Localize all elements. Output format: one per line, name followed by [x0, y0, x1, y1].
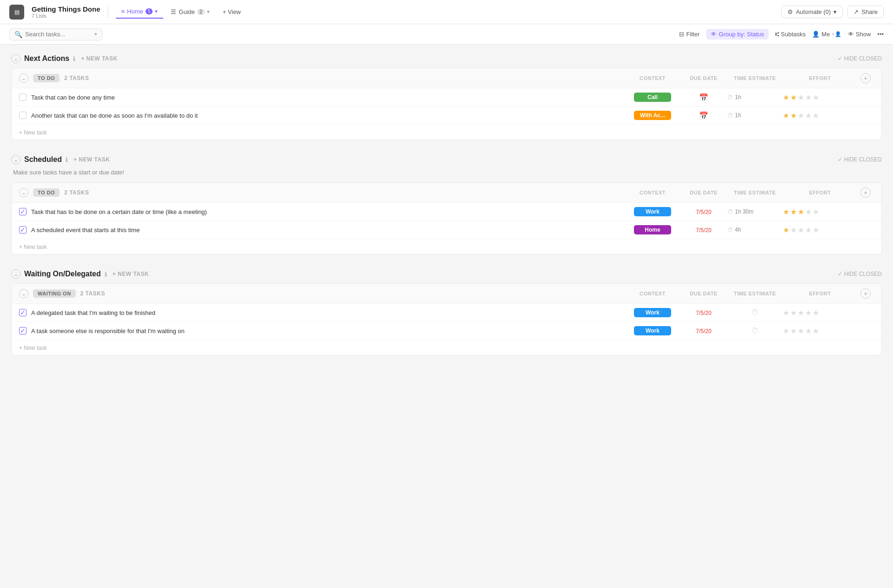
- context-badge[interactable]: With Ac...: [634, 111, 671, 120]
- star-5[interactable]: ★: [813, 327, 819, 335]
- section-waiting-hide[interactable]: ✓ HIDE CLOSED: [838, 271, 882, 277]
- add-column-button[interactable]: +: [860, 73, 871, 83]
- col-header-duedate: DUE DATE: [680, 291, 727, 296]
- col-header-timeest: TIME ESTIMATE: [727, 190, 783, 195]
- star-1[interactable]: ★: [783, 327, 789, 335]
- search-box[interactable]: 🔍 ▾: [9, 28, 102, 40]
- star-5[interactable]: ★: [813, 308, 819, 317]
- star-5[interactable]: ★: [813, 93, 819, 102]
- table-row: Another task that can be done as soon as…: [12, 107, 881, 125]
- task-name[interactable]: Another task that can be done as soon as…: [31, 112, 625, 119]
- timer-icon: ⏱: [751, 327, 759, 334]
- star-2[interactable]: ★: [790, 308, 797, 317]
- task-context-cell: Home: [625, 225, 680, 234]
- add-column-button[interactable]: +: [860, 187, 871, 198]
- group-collapse-btn[interactable]: ⌄: [19, 289, 28, 298]
- me-add-icon: +👤: [832, 31, 841, 37]
- star-2[interactable]: ★: [790, 111, 797, 120]
- star-4[interactable]: ★: [805, 93, 812, 102]
- task-name[interactable]: Task that can be done any time: [31, 94, 625, 101]
- star-2[interactable]: ★: [790, 226, 797, 234]
- add-view-button[interactable]: + View: [217, 6, 247, 18]
- context-badge[interactable]: Home: [634, 225, 671, 234]
- task-effort-cell: ★ ★ ★ ★ ★: [783, 93, 857, 102]
- section-scheduled-info[interactable]: ℹ: [66, 156, 68, 163]
- context-badge[interactable]: Work: [634, 207, 671, 216]
- section-next-actions-new-task[interactable]: + NEW TASK: [81, 55, 117, 62]
- time-estimate: ⏱ 1h: [727, 112, 783, 119]
- section-waiting-new-task[interactable]: + NEW TASK: [113, 271, 149, 277]
- group-by-button[interactable]: 👁 Group by: Status: [706, 29, 769, 40]
- section-next-actions-info[interactable]: ℹ: [73, 55, 75, 62]
- context-badge[interactable]: Work: [634, 308, 671, 317]
- share-button[interactable]: ↗ Share: [847, 6, 884, 18]
- star-2[interactable]: ★: [790, 327, 797, 335]
- more-options-button[interactable]: •••: [877, 31, 884, 38]
- section-waiting-info[interactable]: ℹ: [105, 271, 107, 278]
- checkmark-icon: ✓: [838, 271, 842, 277]
- section-collapse-btn[interactable]: ⌄: [11, 155, 20, 164]
- tab-guide[interactable]: ☰ Guide 2 ▾: [165, 6, 215, 18]
- tab-home[interactable]: ≡ Home 5 ▾: [116, 5, 164, 19]
- due-date: 7/5/20: [696, 227, 711, 234]
- new-task-button[interactable]: + New task: [19, 129, 47, 136]
- context-badge[interactable]: Call: [634, 93, 671, 102]
- section-scheduled-hide[interactable]: ✓ HIDE CLOSED: [838, 156, 882, 163]
- me-button[interactable]: 👤 Me +👤: [812, 31, 841, 38]
- show-button[interactable]: 👁 Show: [848, 31, 871, 38]
- star-5[interactable]: ★: [813, 207, 819, 216]
- new-task-button[interactable]: + New task: [19, 345, 47, 351]
- star-4[interactable]: ★: [805, 226, 812, 234]
- section-collapse-btn[interactable]: ⌄: [11, 269, 20, 279]
- task-name[interactable]: A scheduled event that starts at this ti…: [31, 227, 625, 234]
- star-2[interactable]: ★: [790, 207, 797, 216]
- section-scheduled-new-task[interactable]: + NEW TASK: [73, 156, 110, 163]
- star-5[interactable]: ★: [813, 226, 819, 234]
- task-checkbox[interactable]: ✓: [19, 208, 27, 215]
- star-3[interactable]: ★: [798, 308, 804, 317]
- context-badge[interactable]: Work: [634, 326, 671, 335]
- group-collapse-btn[interactable]: ⌄: [19, 188, 28, 197]
- section-collapse-btn[interactable]: ⌄: [11, 54, 20, 63]
- star-3[interactable]: ★: [798, 93, 804, 102]
- task-checkbox[interactable]: ✓: [19, 327, 27, 334]
- task-cells: With Ac... 📅 ⏱ 1h ★ ★: [625, 111, 874, 120]
- section-next-actions: ⌄ Next Actions ℹ + NEW TASK ✓ HIDE CLOSE…: [11, 54, 882, 140]
- me-label: Me: [821, 31, 830, 38]
- star-4[interactable]: ★: [805, 207, 812, 216]
- group-collapse-btn[interactable]: ⌄: [19, 74, 28, 83]
- app-title: Getting Things Done 7 Lists: [32, 5, 100, 19]
- star-1[interactable]: ★: [783, 308, 789, 317]
- task-checkbox[interactable]: ✓: [19, 309, 27, 316]
- nav-tabs: ≡ Home 5 ▾ ☰ Guide 2 ▾ + View: [116, 5, 247, 19]
- task-name[interactable]: A task someone else is responsible for t…: [31, 327, 625, 334]
- star-1[interactable]: ★: [783, 93, 789, 102]
- star-3[interactable]: ★: [798, 226, 804, 234]
- search-input[interactable]: [25, 31, 90, 38]
- automate-button[interactable]: ⚙ Automate (0) ▾: [781, 6, 843, 18]
- add-column-button[interactable]: +: [860, 288, 871, 299]
- star-1[interactable]: ★: [783, 111, 789, 120]
- star-4[interactable]: ★: [805, 308, 812, 317]
- section-next-actions-hide[interactable]: ✓ HIDE CLOSED: [838, 55, 882, 62]
- task-name[interactable]: A delegated task that I'm waiting to be …: [31, 309, 625, 316]
- filter-button[interactable]: ⊟ Filter: [679, 31, 700, 38]
- task-checkbox[interactable]: [19, 94, 27, 101]
- new-task-button[interactable]: + New task: [19, 244, 47, 250]
- star-3[interactable]: ★: [798, 327, 804, 335]
- task-checkbox[interactable]: ✓: [19, 226, 27, 234]
- star-4[interactable]: ★: [805, 327, 812, 335]
- task-name[interactable]: Task that has to be done on a certain da…: [31, 208, 625, 215]
- app-icon: ▤: [9, 5, 24, 20]
- star-2[interactable]: ★: [790, 93, 797, 102]
- status-badge-todo: TO DO: [33, 74, 60, 82]
- star-5[interactable]: ★: [813, 111, 819, 120]
- task-checkbox[interactable]: [19, 112, 27, 119]
- star-3[interactable]: ★: [798, 111, 804, 120]
- star-4[interactable]: ★: [805, 111, 812, 120]
- subtasks-button[interactable]: ⑆ Subtasks: [775, 31, 806, 38]
- star-3[interactable]: ★: [798, 207, 804, 216]
- task-group-todo-2-header: ⌄ TO DO 2 TASKS CONTEXT DUE DATE TIME ES…: [12, 183, 881, 203]
- star-1[interactable]: ★: [783, 207, 789, 216]
- star-1[interactable]: ★: [783, 226, 789, 234]
